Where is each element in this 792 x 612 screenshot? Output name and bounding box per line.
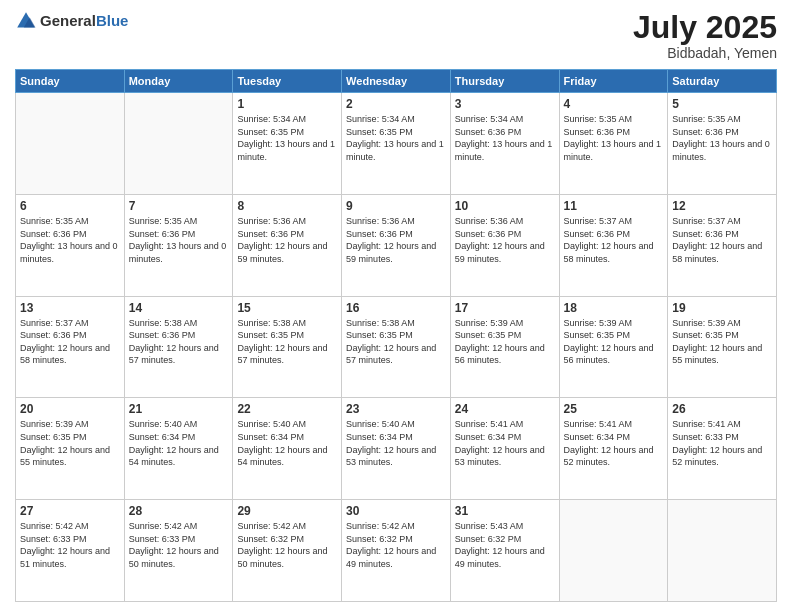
calendar-cell: 18Sunrise: 5:39 AM Sunset: 6:35 PM Dayli… (559, 296, 668, 398)
weekday-header-tuesday: Tuesday (233, 70, 342, 93)
calendar-cell: 5Sunrise: 5:35 AM Sunset: 6:36 PM Daylig… (668, 93, 777, 195)
day-number: 18 (564, 301, 664, 315)
logo-icon (15, 10, 37, 32)
calendar-cell (668, 500, 777, 602)
week-row-1: 6Sunrise: 5:35 AM Sunset: 6:36 PM Daylig… (16, 194, 777, 296)
calendar-cell: 8Sunrise: 5:36 AM Sunset: 6:36 PM Daylig… (233, 194, 342, 296)
weekday-row: SundayMondayTuesdayWednesdayThursdayFrid… (16, 70, 777, 93)
day-number: 26 (672, 402, 772, 416)
day-info: Sunrise: 5:34 AM Sunset: 6:35 PM Dayligh… (346, 113, 446, 163)
week-row-0: 1Sunrise: 5:34 AM Sunset: 6:35 PM Daylig… (16, 93, 777, 195)
day-number: 14 (129, 301, 229, 315)
day-number: 20 (20, 402, 120, 416)
day-number: 30 (346, 504, 446, 518)
day-info: Sunrise: 5:41 AM Sunset: 6:33 PM Dayligh… (672, 418, 772, 468)
day-number: 5 (672, 97, 772, 111)
calendar-cell: 23Sunrise: 5:40 AM Sunset: 6:34 PM Dayli… (342, 398, 451, 500)
day-info: Sunrise: 5:36 AM Sunset: 6:36 PM Dayligh… (237, 215, 337, 265)
day-info: Sunrise: 5:39 AM Sunset: 6:35 PM Dayligh… (672, 317, 772, 367)
title-block: July 2025 Bidbadah, Yemen (633, 10, 777, 61)
calendar-cell: 6Sunrise: 5:35 AM Sunset: 6:36 PM Daylig… (16, 194, 125, 296)
day-number: 31 (455, 504, 555, 518)
day-info: Sunrise: 5:40 AM Sunset: 6:34 PM Dayligh… (237, 418, 337, 468)
day-number: 6 (20, 199, 120, 213)
page: GeneralBlue July 2025 Bidbadah, Yemen Su… (0, 0, 792, 612)
calendar-header: SundayMondayTuesdayWednesdayThursdayFrid… (16, 70, 777, 93)
week-row-4: 27Sunrise: 5:42 AM Sunset: 6:33 PM Dayli… (16, 500, 777, 602)
day-number: 15 (237, 301, 337, 315)
day-number: 23 (346, 402, 446, 416)
weekday-header-wednesday: Wednesday (342, 70, 451, 93)
calendar-body: 1Sunrise: 5:34 AM Sunset: 6:35 PM Daylig… (16, 93, 777, 602)
weekday-header-sunday: Sunday (16, 70, 125, 93)
weekday-header-friday: Friday (559, 70, 668, 93)
day-number: 25 (564, 402, 664, 416)
day-number: 27 (20, 504, 120, 518)
week-row-3: 20Sunrise: 5:39 AM Sunset: 6:35 PM Dayli… (16, 398, 777, 500)
day-number: 29 (237, 504, 337, 518)
calendar-cell: 13Sunrise: 5:37 AM Sunset: 6:36 PM Dayli… (16, 296, 125, 398)
day-info: Sunrise: 5:37 AM Sunset: 6:36 PM Dayligh… (20, 317, 120, 367)
day-number: 1 (237, 97, 337, 111)
day-info: Sunrise: 5:42 AM Sunset: 6:33 PM Dayligh… (20, 520, 120, 570)
day-info: Sunrise: 5:40 AM Sunset: 6:34 PM Dayligh… (129, 418, 229, 468)
day-number: 9 (346, 199, 446, 213)
header: GeneralBlue July 2025 Bidbadah, Yemen (15, 10, 777, 61)
day-number: 13 (20, 301, 120, 315)
week-row-2: 13Sunrise: 5:37 AM Sunset: 6:36 PM Dayli… (16, 296, 777, 398)
day-number: 7 (129, 199, 229, 213)
month-year: July 2025 (633, 10, 777, 45)
calendar-cell (559, 500, 668, 602)
calendar-cell: 3Sunrise: 5:34 AM Sunset: 6:36 PM Daylig… (450, 93, 559, 195)
day-number: 10 (455, 199, 555, 213)
day-info: Sunrise: 5:43 AM Sunset: 6:32 PM Dayligh… (455, 520, 555, 570)
calendar-cell: 2Sunrise: 5:34 AM Sunset: 6:35 PM Daylig… (342, 93, 451, 195)
day-info: Sunrise: 5:38 AM Sunset: 6:36 PM Dayligh… (129, 317, 229, 367)
day-number: 19 (672, 301, 772, 315)
day-number: 21 (129, 402, 229, 416)
day-info: Sunrise: 5:38 AM Sunset: 6:35 PM Dayligh… (346, 317, 446, 367)
day-info: Sunrise: 5:37 AM Sunset: 6:36 PM Dayligh… (564, 215, 664, 265)
weekday-header-thursday: Thursday (450, 70, 559, 93)
location: Bidbadah, Yemen (633, 45, 777, 61)
calendar-cell (16, 93, 125, 195)
calendar-cell: 30Sunrise: 5:42 AM Sunset: 6:32 PM Dayli… (342, 500, 451, 602)
logo-general: General (40, 12, 96, 29)
calendar-cell: 21Sunrise: 5:40 AM Sunset: 6:34 PM Dayli… (124, 398, 233, 500)
day-info: Sunrise: 5:42 AM Sunset: 6:32 PM Dayligh… (346, 520, 446, 570)
day-info: Sunrise: 5:39 AM Sunset: 6:35 PM Dayligh… (564, 317, 664, 367)
calendar-cell: 9Sunrise: 5:36 AM Sunset: 6:36 PM Daylig… (342, 194, 451, 296)
day-info: Sunrise: 5:36 AM Sunset: 6:36 PM Dayligh… (455, 215, 555, 265)
day-info: Sunrise: 5:39 AM Sunset: 6:35 PM Dayligh… (20, 418, 120, 468)
calendar-cell: 16Sunrise: 5:38 AM Sunset: 6:35 PM Dayli… (342, 296, 451, 398)
calendar-cell: 17Sunrise: 5:39 AM Sunset: 6:35 PM Dayli… (450, 296, 559, 398)
calendar-cell: 10Sunrise: 5:36 AM Sunset: 6:36 PM Dayli… (450, 194, 559, 296)
weekday-header-saturday: Saturday (668, 70, 777, 93)
calendar-cell: 31Sunrise: 5:43 AM Sunset: 6:32 PM Dayli… (450, 500, 559, 602)
day-number: 4 (564, 97, 664, 111)
logo-blue: Blue (96, 12, 129, 29)
calendar-cell: 19Sunrise: 5:39 AM Sunset: 6:35 PM Dayli… (668, 296, 777, 398)
day-number: 11 (564, 199, 664, 213)
calendar-cell: 20Sunrise: 5:39 AM Sunset: 6:35 PM Dayli… (16, 398, 125, 500)
calendar-table: SundayMondayTuesdayWednesdayThursdayFrid… (15, 69, 777, 602)
day-info: Sunrise: 5:42 AM Sunset: 6:32 PM Dayligh… (237, 520, 337, 570)
weekday-header-monday: Monday (124, 70, 233, 93)
day-number: 3 (455, 97, 555, 111)
day-info: Sunrise: 5:34 AM Sunset: 6:35 PM Dayligh… (237, 113, 337, 163)
logo: GeneralBlue (15, 10, 128, 32)
day-info: Sunrise: 5:41 AM Sunset: 6:34 PM Dayligh… (564, 418, 664, 468)
day-info: Sunrise: 5:41 AM Sunset: 6:34 PM Dayligh… (455, 418, 555, 468)
day-number: 22 (237, 402, 337, 416)
day-info: Sunrise: 5:42 AM Sunset: 6:33 PM Dayligh… (129, 520, 229, 570)
calendar-cell: 27Sunrise: 5:42 AM Sunset: 6:33 PM Dayli… (16, 500, 125, 602)
calendar-cell (124, 93, 233, 195)
calendar-cell: 25Sunrise: 5:41 AM Sunset: 6:34 PM Dayli… (559, 398, 668, 500)
day-info: Sunrise: 5:35 AM Sunset: 6:36 PM Dayligh… (129, 215, 229, 265)
calendar-cell: 4Sunrise: 5:35 AM Sunset: 6:36 PM Daylig… (559, 93, 668, 195)
day-info: Sunrise: 5:35 AM Sunset: 6:36 PM Dayligh… (564, 113, 664, 163)
day-info: Sunrise: 5:38 AM Sunset: 6:35 PM Dayligh… (237, 317, 337, 367)
day-number: 24 (455, 402, 555, 416)
day-number: 8 (237, 199, 337, 213)
day-info: Sunrise: 5:35 AM Sunset: 6:36 PM Dayligh… (20, 215, 120, 265)
